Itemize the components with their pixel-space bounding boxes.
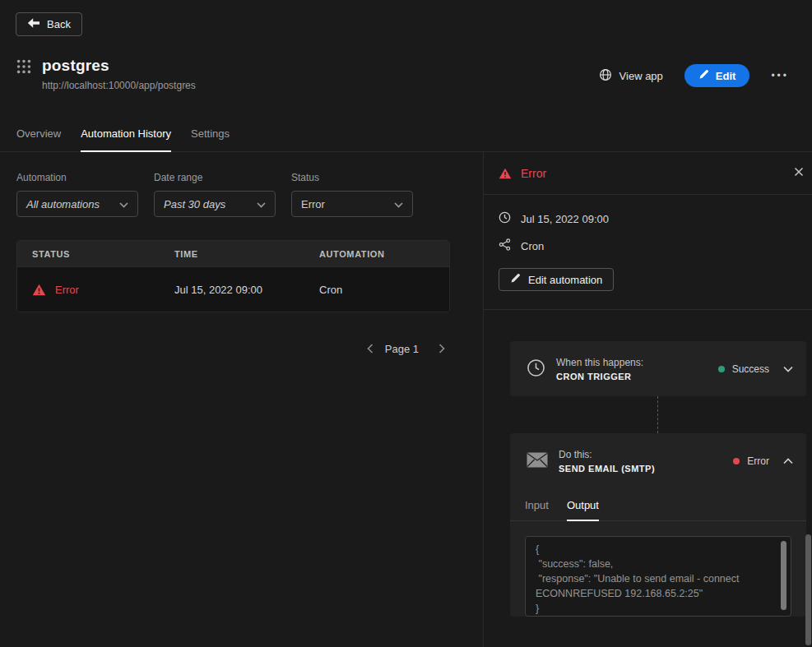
arrow-left-icon [27, 17, 39, 31]
email-icon [527, 452, 548, 470]
run-detail-panel: Error Jul 15, 2022 09:00 [483, 152, 812, 647]
filter-date-range-label: Date range [154, 172, 276, 183]
status-select[interactable]: Error [291, 191, 413, 217]
prev-page-button[interactable] [362, 340, 378, 357]
automation-history-page: Back postgres http://localhost:10000/app… [0, 0, 812, 647]
history-table: STATUS TIME AUTOMATION Error Jul 15, 202… [16, 240, 450, 312]
filter-status-label: Status [291, 172, 413, 183]
app-identity: postgres http://localhost:10000/app/post… [16, 57, 196, 91]
view-app-button[interactable]: View app [599, 68, 663, 84]
row-status: Error [55, 284, 79, 296]
status-select-value: Error [301, 198, 325, 210]
app-header: postgres http://localhost:10000/app/post… [0, 36, 812, 91]
action-step-card: Do this: SEND EMAIL (SMTP) Error [510, 433, 806, 617]
filter-automation-label: Automation [16, 172, 138, 183]
column-header-status: STATUS [17, 249, 160, 259]
automation-name-row: Cron [499, 238, 797, 253]
automation-steps: When this happens: CRON TRIGGER Success [484, 310, 812, 647]
panel-status-title: Error [521, 167, 546, 180]
action-name: SEND EMAIL (SMTP) [559, 464, 655, 474]
pencil-icon [510, 273, 521, 286]
back-button[interactable]: Back [16, 12, 82, 36]
globe-icon [599, 68, 612, 84]
next-page-button[interactable] [434, 340, 450, 357]
tab-settings[interactable]: Settings [191, 119, 230, 151]
header-actions: View app Edit ••• [599, 64, 789, 87]
content: Automation All automations Date range Pa… [0, 152, 812, 647]
panel-info: Jul 15, 2022 09:00 Cron Edit automation [484, 195, 812, 310]
tab-automation-history[interactable]: Automation History [81, 119, 171, 152]
output-json: { "success": false, "response": "Unable … [536, 542, 769, 616]
chevron-down-icon [394, 198, 403, 210]
tab-input[interactable]: Input [525, 488, 549, 520]
run-time-row: Jul 15, 2022 09:00 [499, 211, 797, 226]
chevron-down-icon [783, 363, 793, 375]
io-tabs: Input Output [510, 488, 806, 521]
filter-status: Status Error [291, 172, 413, 217]
trigger-step-text: When this happens: CRON TRIGGER [556, 357, 643, 381]
pencil-icon [698, 69, 709, 82]
pagination: Page 1 [16, 340, 450, 357]
run-time: Jul 15, 2022 09:00 [521, 213, 609, 225]
view-app-label: View app [619, 70, 663, 82]
table-row[interactable]: Error Jul 15, 2022 09:00 Cron [17, 266, 449, 312]
filter-date-range: Date range Past 30 days [154, 172, 276, 217]
action-status-label: Error [747, 455, 769, 467]
trigger-status-label: Success [732, 363, 769, 375]
trigger-status: Success [718, 363, 769, 375]
row-automation: Cron [304, 284, 449, 296]
tab-overview[interactable]: Overview [16, 119, 61, 151]
chevron-up-icon [783, 455, 793, 467]
date-range-select-value: Past 30 days [164, 198, 225, 210]
page-title: postgres [42, 57, 196, 75]
trigger-name: CRON TRIGGER [556, 372, 643, 381]
warning-icon [32, 284, 46, 296]
column-header-time: TIME [160, 249, 304, 259]
close-panel-button[interactable] [791, 164, 807, 183]
filter-automation: Automation All automations [16, 172, 138, 217]
branch-icon [499, 238, 511, 253]
close-icon [794, 167, 804, 179]
tab-bar: Overview Automation History Settings [0, 119, 812, 152]
automation-select-value: All automations [26, 198, 100, 210]
app-url: http://localhost:10000/app/postgres [42, 80, 196, 91]
edit-button[interactable]: Edit [684, 64, 750, 87]
back-button-label: Back [47, 18, 71, 30]
step-connector-line [657, 396, 658, 433]
action-status: Error [733, 455, 769, 467]
app-title-block: postgres http://localhost:10000/app/post… [42, 57, 196, 91]
table-header: STATUS TIME AUTOMATION [17, 241, 449, 266]
automation-select[interactable]: All automations [16, 191, 138, 217]
date-range-select[interactable]: Past 30 days [154, 191, 276, 217]
warning-icon [499, 168, 512, 179]
status-cell: Error [17, 284, 160, 296]
action-step-text: Do this: SEND EMAIL (SMTP) [559, 449, 655, 474]
edit-button-label: Edit [716, 70, 736, 82]
clock-circle-icon [527, 358, 545, 380]
filters: Automation All automations Date range Pa… [16, 172, 466, 217]
action-collapse-button[interactable] [782, 453, 795, 469]
column-header-automation: AUTOMATION [304, 249, 449, 259]
action-heading: Do this: [559, 449, 655, 460]
edit-automation-button[interactable]: Edit automation [499, 268, 614, 291]
topbar: Back [0, 0, 812, 36]
history-pane: Automation All automations Date range Pa… [0, 152, 483, 647]
trigger-heading: When this happens: [556, 357, 643, 368]
panel-scrollbar-thumb[interactable] [805, 534, 811, 645]
trigger-expand-button[interactable] [782, 361, 795, 377]
success-dot [718, 366, 725, 372]
more-actions-button[interactable]: ••• [771, 70, 789, 81]
edit-automation-label: Edit automation [528, 274, 602, 286]
chevron-down-icon [119, 198, 128, 210]
row-time: Jul 15, 2022 09:00 [160, 284, 304, 296]
tab-output[interactable]: Output [567, 488, 599, 521]
code-scrollbar-thumb[interactable] [781, 541, 786, 610]
output-code-block: { "success": false, "response": "Unable … [525, 536, 791, 617]
clock-icon [499, 211, 511, 226]
trigger-step-header[interactable]: When this happens: CRON TRIGGER Success [510, 341, 806, 396]
panel-header: Error [484, 152, 812, 195]
trigger-step-card: When this happens: CRON TRIGGER Success [510, 341, 806, 396]
action-step-header[interactable]: Do this: SEND EMAIL (SMTP) Error [510, 433, 806, 488]
automation-name: Cron [521, 240, 544, 252]
grid-handle-icon [16, 59, 31, 91]
